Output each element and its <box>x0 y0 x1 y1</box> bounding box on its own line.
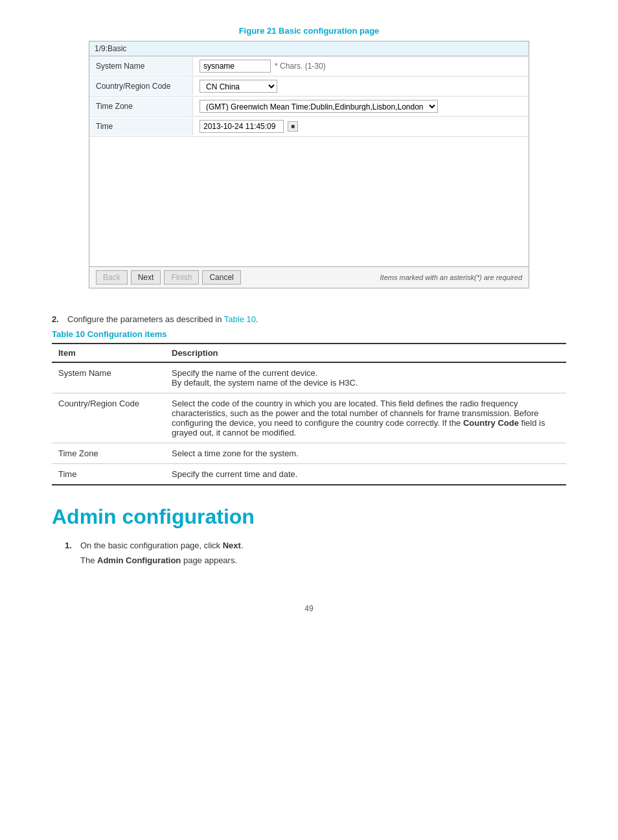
table-row: Country/Region Code Select the code of t… <box>52 393 566 443</box>
config-table: Item Description System Name Specify the… <box>52 343 566 485</box>
admin-step1-text4: page appears. <box>183 555 237 565</box>
row-item-time: Time <box>52 464 165 485</box>
page-number: 49 <box>52 604 566 613</box>
form-row-time: Time ■ <box>89 117 529 137</box>
calendar-icon[interactable]: ■ <box>288 121 298 132</box>
value-time: ■ <box>193 117 529 136</box>
time-zone-select[interactable]: (GMT) Greenwich Mean Time:Dublin,Edinbur… <box>200 100 438 113</box>
admin-step1-text1: On the basic configuration page, click <box>80 541 220 550</box>
desc-line2: By default, the system name of the devic… <box>172 378 560 388</box>
form-row-country-code: Country/Region Code CN China <box>89 76 529 97</box>
admin-step1: 1. On the basic configuration page, clic… <box>65 541 566 565</box>
row-desc-time: Specify the current time and date. <box>165 464 566 485</box>
figure-21-wrap: Figure 21 Basic configuration page 1/9:B… <box>52 26 566 301</box>
config-form: 1/9:Basic System Name * Chars. (1-30) Co… <box>89 41 529 288</box>
table-header-row: Item Description <box>52 344 566 362</box>
step2-instruction: 2. Configure the parameters as described… <box>52 314 566 324</box>
step2-number: 2. <box>52 314 63 324</box>
step2-text: Configure the parameters as described in… <box>67 314 258 324</box>
row-desc-country-code: Select the code of the country in which … <box>165 393 566 443</box>
admin-config-section: Admin configuration 1. On the basic conf… <box>52 505 566 565</box>
form-row-system-name: System Name * Chars. (1-30) <box>89 56 529 76</box>
value-system-name: * Chars. (1-30) <box>193 56 529 76</box>
cancel-button[interactable]: Cancel <box>202 270 240 285</box>
label-time-zone: Time Zone <box>89 97 193 115</box>
label-country-code: Country/Region Code <box>89 77 193 95</box>
country-code-select[interactable]: CN China <box>200 80 277 93</box>
label-system-name: System Name <box>89 57 193 75</box>
finish-button[interactable]: Finish <box>164 270 199 285</box>
form-row-time-zone: Time Zone (GMT) Greenwich Mean Time:Dubl… <box>89 97 529 117</box>
admin-config-bold: Admin Configuration <box>97 555 181 565</box>
step2-text-before: Configure the parameters as described in <box>67 314 222 324</box>
form-body: System Name * Chars. (1-30) Country/Regi… <box>89 56 529 266</box>
next-button[interactable]: Next <box>131 270 161 285</box>
admin-step1-next-bold: Next <box>223 541 241 550</box>
row-desc-time-zone: Select a time zone for the system. <box>165 443 566 464</box>
table-row: Time Zone Select a time zone for the sys… <box>52 443 566 464</box>
col-header-item: Item <box>52 344 165 362</box>
admin-step1-row: 1. On the basic configuration page, clic… <box>65 541 566 550</box>
footer-note: Items marked with an asterisk(*) are req… <box>380 274 522 281</box>
form-tab-label: 1/9:Basic <box>89 41 529 56</box>
col-header-description: Description <box>165 344 566 362</box>
row-item-system-name: System Name <box>52 362 165 393</box>
table10-link-text[interactable]: Table 10 <box>224 314 256 324</box>
admin-section-heading: Admin configuration <box>52 505 566 529</box>
admin-step1-number: 1. <box>65 541 76 550</box>
row-item-time-zone: Time Zone <box>52 443 165 464</box>
row-desc-system-name: Specify the name of the current device. … <box>165 362 566 393</box>
figure-21-caption: Figure 21 Basic configuration page <box>239 26 380 36</box>
label-time: Time <box>89 117 193 135</box>
table10-section: Table 10 Configuration items Item Descri… <box>52 329 566 485</box>
value-time-zone: (GMT) Greenwich Mean Time:Dublin,Edinbur… <box>193 97 529 116</box>
table10-caption: Table 10 Configuration items <box>52 329 566 339</box>
back-button[interactable]: Back <box>96 270 128 285</box>
row-item-country-code: Country/Region Code <box>52 393 165 443</box>
admin-step1-period: . <box>241 541 244 550</box>
time-input[interactable] <box>200 120 284 133</box>
admin-step1-content: On the basic configuration page, click N… <box>80 541 244 550</box>
desc-line1: Specify the name of the current device. <box>172 368 560 378</box>
form-empty-area <box>89 137 529 266</box>
form-footer: Back Next Finish Cancel Items marked wit… <box>89 266 529 288</box>
table-row: Time Specify the current time and date. <box>52 464 566 485</box>
bold-country-code: Country Code <box>463 418 519 428</box>
admin-step1-text3: The <box>80 555 95 565</box>
system-name-input[interactable] <box>200 60 271 73</box>
value-country-code: CN China <box>193 76 529 96</box>
system-name-hint: * Chars. (1-30) <box>275 62 326 71</box>
table-row: System Name Specify the name of the curr… <box>52 362 566 393</box>
admin-step1-subtext: The Admin Configuration page appears. <box>80 555 566 565</box>
